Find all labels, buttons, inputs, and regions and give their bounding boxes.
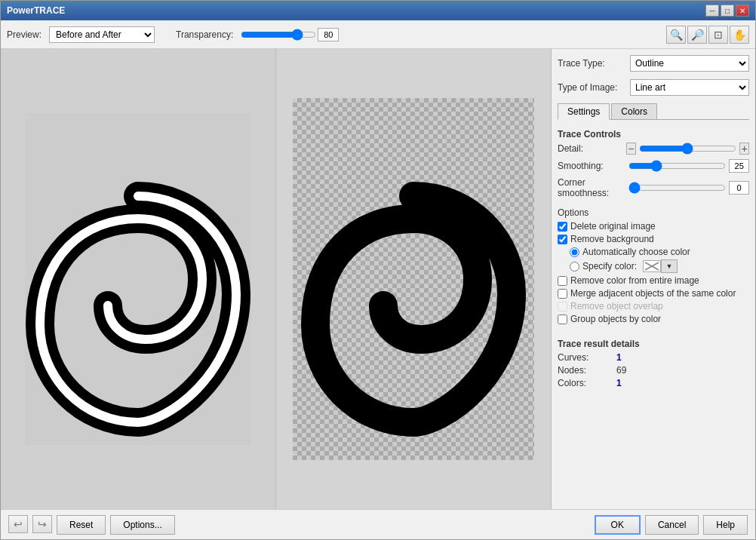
spiral-after-svg — [297, 113, 530, 445]
delete-original-checkbox[interactable] — [558, 222, 567, 232]
merge-adjacent-row: Merge adjacent objects of the same color — [558, 288, 749, 299]
detail-row: Detail: − + — [558, 143, 749, 155]
curves-label: Curves: — [558, 352, 610, 363]
remove-background-label: Remove background — [570, 234, 654, 244]
cancel-button[interactable]: Cancel — [645, 515, 699, 535]
preview-select[interactable]: Before and After Before After — [49, 26, 155, 43]
group-by-color-label: Group objects by color — [570, 314, 661, 324]
bottom-right: OK Cancel Help — [595, 515, 748, 535]
trace-type-select[interactable]: Outline Centerline Quick Trace — [630, 55, 749, 72]
image-type-select[interactable]: Line art Logo Detailed Logo Clipart — [630, 79, 749, 96]
color-pick-button[interactable]: ▼ — [661, 259, 678, 273]
transparency-label: Transparency: — [176, 29, 233, 40]
spiral-before-svg — [25, 113, 251, 445]
specify-color-row: Specify color: ▼ — [558, 259, 749, 273]
curves-value: 1 — [616, 352, 622, 363]
delete-original-row: Delete original image — [558, 221, 749, 232]
tab-settings[interactable]: Settings — [558, 103, 610, 120]
tabs: Settings Colors — [558, 103, 749, 120]
remove-overlap-checkbox — [558, 302, 567, 311]
specify-color-label: Specify color: — [582, 261, 637, 272]
zoom-in-button[interactable]: 🔍 — [666, 26, 686, 44]
close-button[interactable]: ✕ — [736, 5, 749, 17]
corner-smoothness-label: Corner smoothness: — [558, 177, 625, 198]
transparency-slider-container: 80 — [241, 28, 339, 41]
bottom-left: ↩ ↪ Reset Options... — [8, 515, 175, 535]
reset-button[interactable]: Reset — [57, 515, 106, 535]
auto-choose-color-label: Automatically choose color — [582, 247, 690, 257]
image-type-label: Type of Image: — [558, 82, 625, 93]
options-section: Options Delete original image Remove bac… — [558, 207, 749, 327]
trace-controls-section: Trace Controls Detail: − + Smoothing: 25… — [558, 129, 749, 203]
preview-area — [1, 49, 552, 509]
options-button[interactable]: Options... — [110, 515, 174, 535]
transparency-value: 80 — [318, 28, 339, 41]
corner-smoothness-value: 0 — [729, 181, 749, 195]
preview-label: Preview: — [7, 29, 41, 40]
preview-after — [276, 49, 551, 509]
trace-result-title: Trace result details — [558, 339, 749, 349]
title-bar: PowerTRACE ─ □ ✕ — [1, 1, 755, 20]
smoothing-label: Smoothing: — [558, 161, 625, 171]
window-title: PowerTRACE — [7, 5, 65, 16]
main-window: PowerTRACE ─ □ ✕ Preview: Before and Aft… — [0, 0, 756, 540]
remove-background-row: Remove background — [558, 234, 749, 244]
colors-value: 1 — [616, 378, 622, 388]
nodes-row: Nodes: 69 — [558, 365, 749, 376]
curves-row: Curves: 1 — [558, 352, 749, 363]
trace-type-label: Trace Type: — [558, 58, 625, 69]
remove-color-checkbox[interactable] — [558, 276, 567, 286]
smoothing-row: Smoothing: 25 — [558, 159, 749, 173]
redo-button[interactable]: ↪ — [32, 515, 52, 533]
preview-before — [1, 49, 276, 509]
image-type-row: Type of Image: Line art Logo Detailed Lo… — [558, 79, 749, 96]
colors-label: Colors: — [558, 378, 610, 388]
auto-choose-color-radio[interactable] — [570, 247, 579, 257]
trace-type-row: Trace Type: Outline Centerline Quick Tra… — [558, 55, 749, 72]
right-panel: Trace Type: Outline Centerline Quick Tra… — [552, 49, 755, 509]
auto-choose-color-row: Automatically choose color — [558, 247, 749, 257]
merge-adjacent-label: Merge adjacent objects of the same color — [570, 288, 736, 299]
tab-colors[interactable]: Colors — [611, 103, 657, 119]
transparency-slider[interactable] — [241, 29, 316, 40]
detail-label: Detail: — [558, 143, 623, 154]
trace-controls-title: Trace Controls — [558, 129, 749, 140]
nodes-label: Nodes: — [558, 365, 610, 376]
minimize-button[interactable]: ─ — [705, 5, 719, 17]
ok-button[interactable]: OK — [595, 515, 641, 535]
undo-button[interactable]: ↩ — [8, 515, 28, 533]
group-by-color-row: Group objects by color — [558, 314, 749, 324]
specify-color-radio[interactable] — [570, 262, 579, 272]
main-content: Trace Type: Outline Centerline Quick Tra… — [1, 49, 755, 509]
remove-color-row: Remove color from entire image — [558, 275, 749, 286]
corner-smoothness-slider[interactable] — [628, 183, 726, 193]
options-title: Options — [558, 207, 749, 218]
zoom-out-button[interactable]: 🔎 — [687, 26, 707, 44]
checkerboard-background — [293, 98, 534, 460]
remove-color-label: Remove color from entire image — [570, 275, 699, 286]
detail-plus-button[interactable]: + — [739, 143, 749, 155]
nodes-value: 69 — [616, 365, 626, 376]
x-color-icon — [644, 261, 660, 272]
toolbar: Preview: Before and After Before After T… — [1, 20, 755, 49]
detail-slider[interactable] — [639, 143, 736, 154]
help-button[interactable]: Help — [703, 515, 748, 535]
group-by-color-checkbox[interactable] — [558, 314, 567, 324]
smoothing-slider[interactable] — [628, 161, 726, 171]
corner-smoothness-row: Corner smoothness: 0 — [558, 177, 749, 198]
remove-background-checkbox[interactable] — [558, 235, 567, 244]
maximize-button[interactable]: □ — [721, 5, 734, 17]
smoothing-value: 25 — [729, 159, 749, 173]
color-preview-box — [643, 260, 661, 272]
bottom-bar: ↩ ↪ Reset Options... OK Cancel Help — [1, 509, 755, 539]
trace-result-section: Trace result details Curves: 1 Nodes: 69… — [558, 339, 749, 391]
detail-minus-button[interactable]: − — [626, 143, 636, 155]
merge-adjacent-checkbox[interactable] — [558, 289, 567, 299]
view-buttons: 🔍 🔎 ⊡ ✋ — [666, 26, 749, 44]
pan-button[interactable]: ✋ — [730, 26, 749, 44]
remove-overlap-row: Remove object overlap — [558, 301, 749, 311]
delete-original-label: Delete original image — [570, 221, 656, 232]
colors-row: Colors: 1 — [558, 378, 749, 388]
remove-overlap-label: Remove object overlap — [570, 301, 663, 311]
fit-page-button[interactable]: ⊡ — [708, 26, 728, 44]
